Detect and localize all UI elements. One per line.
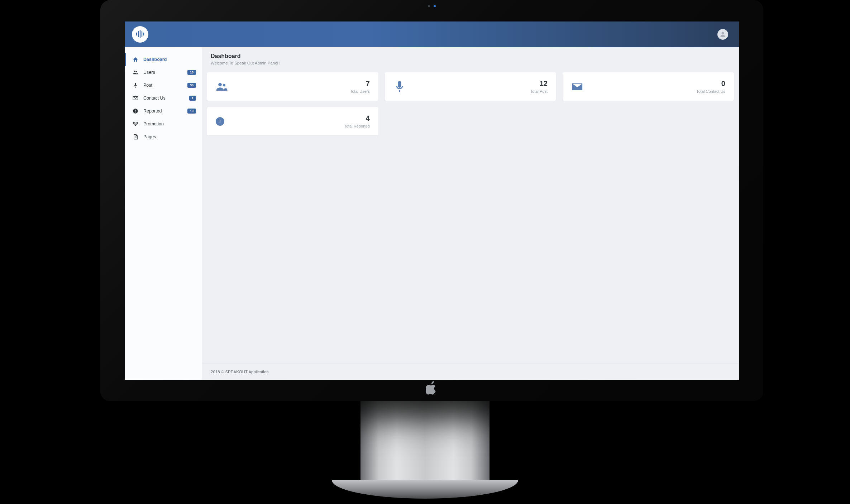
sidebar-item-label: Reported	[143, 109, 187, 114]
gem-icon	[133, 121, 138, 127]
footer: 2018 © SPEAKOUT Application	[202, 364, 739, 380]
stat-value: 7	[350, 80, 370, 88]
screen: Dashboard Users 18 Post 30 Contact Us 1	[125, 21, 739, 380]
sidebar-item-contactus[interactable]: Contact Us 1	[125, 92, 202, 105]
sidebar-item-reported[interactable]: Reported 10	[125, 105, 202, 117]
stat-cards: 7 Total Users 12 Total Post	[202, 69, 739, 138]
svg-rect-10	[135, 110, 135, 111]
sidebar: Dashboard Users 18 Post 30 Contact Us 1	[125, 47, 202, 380]
svg-rect-11	[135, 112, 135, 112]
file-icon	[133, 134, 138, 140]
users-icon	[216, 81, 228, 93]
mail-icon	[133, 95, 138, 101]
stat-card-post[interactable]: 12 Total Post	[385, 72, 556, 101]
sidebar-item-label: Dashboard	[143, 57, 196, 62]
alert-circle-icon: !	[216, 117, 224, 126]
stat-value: 0	[696, 80, 725, 88]
stat-card-reported[interactable]: ! 4 Total Reported	[207, 107, 378, 135]
stat-value: 4	[344, 114, 370, 123]
stat-label: Total Users	[350, 89, 370, 93]
sidebar-item-label: Promotion	[143, 121, 196, 126]
sidebar-item-label: Users	[143, 70, 187, 75]
svg-point-7	[134, 71, 135, 72]
alert-icon	[133, 108, 138, 114]
page-title: Dashboard	[211, 53, 730, 59]
stat-value: 12	[530, 80, 548, 88]
sidebar-item-pages[interactable]: Pages	[125, 130, 202, 143]
sidebar-item-promotion[interactable]: Promotion	[125, 117, 202, 130]
svg-point-8	[136, 71, 137, 72]
mail-icon	[571, 81, 583, 93]
app-body: Dashboard Users 18 Post 30 Contact Us 1	[125, 47, 739, 380]
stat-label: Total Contact Us	[696, 89, 725, 93]
sidebar-item-label: Post	[143, 83, 187, 88]
sidebar-item-label: Contact Us	[143, 96, 189, 101]
footer-text: 2018 © SPEAKOUT Application	[211, 370, 269, 374]
sidebar-item-label: Pages	[143, 134, 196, 139]
stat-card-users[interactable]: 7 Total Users	[207, 72, 378, 101]
users-icon	[133, 69, 138, 75]
sidebar-item-dashboard[interactable]: Dashboard	[125, 53, 202, 66]
svg-point-6	[722, 32, 724, 34]
page-subtitle: Welcome To Speak Out Admin Panel !	[211, 61, 730, 65]
monitor-stand-base	[332, 480, 518, 499]
apple-logo-icon	[426, 381, 438, 395]
microphone-icon	[133, 82, 138, 88]
monitor-camera	[428, 5, 436, 7]
content-area: Dashboard Welcome To Speak Out Admin Pan…	[202, 47, 739, 380]
stat-card-contactus[interactable]: 0 Total Contact Us	[563, 72, 734, 101]
user-avatar[interactable]	[717, 29, 728, 40]
monitor-stand-neck	[360, 401, 490, 484]
monitor-frame: Dashboard Users 18 Post 30 Contact Us 1	[100, 0, 763, 401]
app-header	[125, 21, 739, 47]
microphone-icon	[393, 81, 406, 93]
app-logo-icon[interactable]	[132, 26, 148, 43]
sidebar-badge: 10	[187, 109, 196, 114]
home-icon	[133, 57, 138, 62]
stat-label: Total Reported	[344, 124, 370, 128]
page-header: Dashboard Welcome To Speak Out Admin Pan…	[202, 47, 739, 69]
svg-point-12	[218, 83, 222, 86]
sidebar-badge: 18	[187, 70, 196, 75]
svg-point-13	[223, 84, 225, 86]
sidebar-badge: 1	[189, 96, 196, 101]
sidebar-item-users[interactable]: Users 18	[125, 66, 202, 79]
sidebar-item-post[interactable]: Post 30	[125, 79, 202, 92]
sidebar-badge: 30	[187, 83, 196, 88]
stat-label: Total Post	[530, 89, 548, 93]
